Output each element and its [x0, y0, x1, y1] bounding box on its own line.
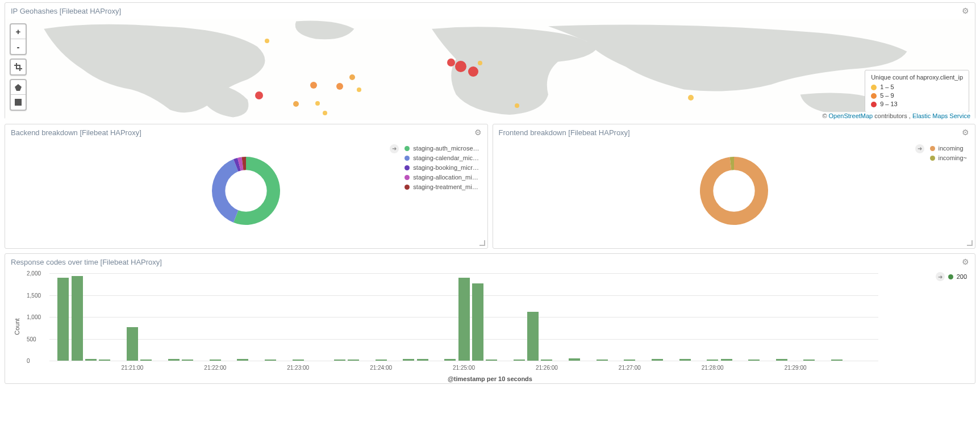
bar[interactable] — [597, 360, 608, 361]
map-legend-row[interactable]: 1 – 5 — [871, 83, 963, 91]
bar[interactable] — [127, 327, 138, 361]
geo-bucket[interactable] — [455, 61, 466, 72]
resize-handle[interactable] — [479, 240, 485, 246]
bar[interactable] — [403, 359, 414, 361]
legend-swatch — [404, 146, 410, 151]
x-tick: 21:28:00 — [702, 365, 724, 371]
zoom-in-button[interactable]: + — [11, 24, 26, 39]
legend-toggle-icon[interactable]: ➜ — [390, 144, 399, 153]
draw-rect-button[interactable] — [11, 95, 26, 110]
geo-bucket[interactable] — [265, 39, 269, 43]
bar[interactable] — [376, 360, 387, 361]
y-tick: 1,500 — [27, 292, 41, 298]
geo-bucket[interactable] — [447, 58, 455, 66]
bar[interactable] — [210, 360, 221, 361]
gear-icon[interactable]: ⚙ — [474, 128, 482, 137]
bar[interactable] — [237, 359, 248, 361]
bar[interactable] — [265, 360, 276, 361]
bar[interactable] — [776, 359, 787, 361]
legend-row[interactable]: incoming~ — [915, 153, 967, 163]
frontend-breakdown-panel: Frontend breakdown [Filebeat HAProxy] ⚙ … — [493, 124, 976, 249]
geo-bucket[interactable] — [315, 101, 320, 106]
world-map-bg — [5, 19, 975, 120]
legend-label: staging-allocation_mi… — [413, 173, 478, 182]
geo-bucket[interactable] — [478, 61, 482, 65]
square-icon — [15, 99, 22, 106]
bar[interactable] — [140, 360, 152, 361]
legend-toggle-icon[interactable]: ➜ — [915, 144, 924, 153]
bar[interactable] — [348, 360, 359, 361]
backend-donut[interactable] — [206, 151, 286, 231]
bar[interactable] — [458, 278, 470, 361]
gear-icon[interactable]: ⚙ — [962, 6, 969, 15]
osm-link[interactable]: OpenStreetMap — [829, 112, 873, 119]
geo-bucket[interactable] — [336, 83, 343, 90]
bar[interactable] — [417, 359, 428, 361]
bar[interactable] — [514, 360, 525, 361]
bar-chart[interactable]: 05001,0001,5002,00021:21:0021:22:0021:23… — [49, 273, 878, 361]
bar[interactable] — [831, 360, 843, 361]
x-tick: 21:26:00 — [536, 365, 558, 371]
draw-polygon-button[interactable] — [11, 80, 26, 95]
bar[interactable] — [679, 359, 691, 361]
bar[interactable] — [72, 276, 83, 361]
y-tick: 0 — [27, 358, 30, 364]
bar[interactable] — [472, 283, 483, 361]
geo-bucket[interactable] — [310, 82, 317, 89]
bar[interactable] — [486, 360, 497, 361]
geo-bucket[interactable] — [255, 91, 263, 99]
bar[interactable] — [99, 360, 110, 361]
geo-bucket[interactable] — [688, 95, 694, 101]
legend-swatch — [404, 175, 410, 180]
legend-row[interactable]: staging-treatment_mi… — [390, 182, 479, 192]
geo-bucket[interactable] — [293, 101, 299, 107]
crop-icon — [14, 63, 22, 71]
x-tick: 21:25:00 — [453, 365, 475, 371]
legend-label: 1 – 5 — [880, 83, 894, 91]
legend-row[interactable]: ➜incoming — [915, 144, 967, 153]
bar[interactable] — [569, 358, 580, 361]
bar[interactable] — [803, 360, 815, 361]
map-legend-row[interactable]: 5 – 9 — [871, 91, 963, 100]
geo-bucket[interactable] — [357, 87, 361, 92]
legend-row[interactable]: staging-allocation_mi… — [390, 173, 479, 182]
bar[interactable] — [527, 312, 539, 361]
map-legend-row[interactable]: 9 – 13 — [871, 100, 963, 108]
geo-bucket[interactable] — [468, 66, 478, 77]
bar[interactable] — [182, 360, 193, 361]
legend-swatch — [930, 156, 935, 161]
bar[interactable] — [168, 359, 180, 361]
frontend-donut[interactable] — [694, 151, 774, 231]
bar[interactable] — [652, 359, 663, 361]
panel-title: Backend breakdown [Filebeat HAProxy] — [11, 128, 141, 137]
y-tick: 500 — [27, 336, 36, 342]
ems-link[interactable]: Elastic Maps Service — [912, 112, 970, 119]
panel-title: Frontend breakdown [Filebeat HAProxy] — [499, 128, 630, 137]
bar[interactable] — [57, 278, 69, 361]
geo-bucket[interactable] — [323, 111, 327, 115]
legend-swatch — [930, 146, 935, 151]
gear-icon[interactable]: ⚙ — [962, 128, 969, 137]
geo-bucket[interactable] — [349, 74, 355, 80]
bar[interactable] — [85, 359, 97, 361]
bar[interactable] — [624, 360, 635, 361]
panel-title: IP Geohashes [Filebeat HAProxy] — [11, 7, 121, 15]
legend-row[interactable]: ➜staging-auth_microse… — [390, 144, 479, 153]
bar[interactable] — [748, 360, 760, 361]
gear-icon[interactable]: ⚙ — [962, 257, 969, 266]
legend-toggle-icon[interactable]: ➜ — [936, 272, 945, 281]
x-tick: 21:24:00 — [370, 365, 392, 371]
map-viewport[interactable]: + - Unique count of haproxy.client_ip 1 … — [5, 19, 975, 120]
bar[interactable] — [293, 360, 304, 361]
bar[interactable] — [444, 359, 456, 361]
fit-bounds-button[interactable] — [11, 60, 26, 74]
legend-row[interactable]: staging-booking_micr… — [390, 163, 479, 173]
resize-handle[interactable] — [967, 240, 973, 246]
zoom-out-button[interactable]: - — [11, 39, 26, 54]
bar[interactable] — [721, 359, 732, 361]
geo-bucket[interactable] — [515, 103, 519, 108]
bar[interactable] — [707, 360, 718, 361]
bar[interactable] — [334, 360, 345, 361]
legend-row[interactable]: staging-calendar_mic… — [390, 153, 479, 163]
bar[interactable] — [541, 360, 552, 361]
